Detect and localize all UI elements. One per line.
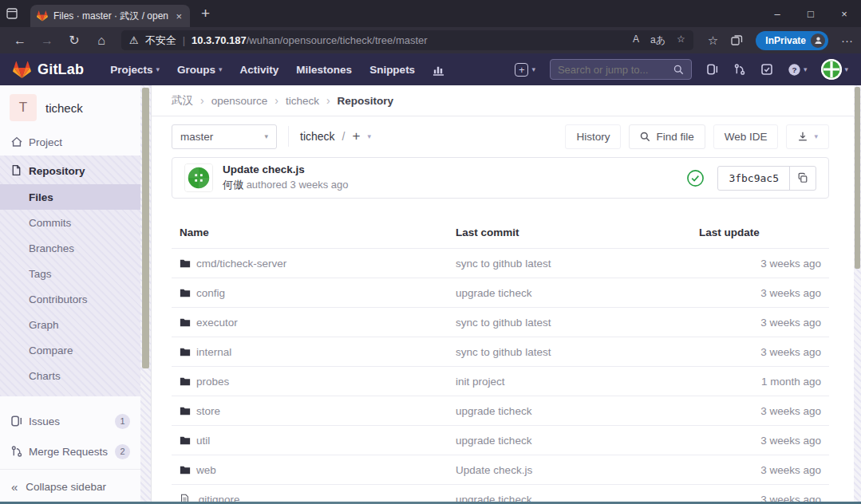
- search-box[interactable]: [550, 59, 692, 80]
- maximize-button[interactable]: □: [794, 0, 827, 27]
- commit-author-avatar[interactable]: [184, 163, 213, 192]
- repository-icon: [10, 164, 22, 176]
- table-row[interactable]: executor sync to github latest 3 weeks a…: [172, 308, 829, 337]
- sidebar-item-commits[interactable]: Commits: [0, 210, 151, 235]
- gitlab-logo[interactable]: GitLab: [13, 61, 84, 79]
- table-row[interactable]: store upgrade ticheck 3 weeks ago: [172, 396, 829, 426]
- sidebar-item-merge-requests[interactable]: Merge Requests 2: [0, 436, 151, 467]
- commit-message[interactable]: init project: [456, 376, 505, 388]
- commit-message[interactable]: sync to github latest: [456, 258, 551, 270]
- nav-activity[interactable]: Activity: [240, 64, 279, 76]
- forward-icon[interactable]: →: [35, 33, 59, 48]
- collapse-icon: «: [11, 480, 18, 494]
- table-row[interactable]: cmd/ticheck-server sync to github latest…: [172, 249, 829, 278]
- back-icon[interactable]: ←: [8, 33, 32, 48]
- breadcrumb-subgroup[interactable]: opensource: [211, 95, 268, 107]
- file-name[interactable]: web: [196, 464, 216, 476]
- commit-message[interactable]: upgrade ticheck: [456, 405, 531, 417]
- not-secure-label[interactable]: 不安全: [145, 33, 176, 48]
- page-scrollbar-thumb[interactable]: [855, 87, 860, 269]
- file-name[interactable]: internal: [196, 346, 231, 358]
- commit-right: 3fbc9ac5: [686, 166, 816, 191]
- search-input[interactable]: [558, 64, 669, 76]
- sidebar-scrollbar-thumb[interactable]: [142, 88, 149, 368]
- favorites-icon[interactable]: ☆: [708, 33, 718, 48]
- commit-sha[interactable]: 3fbc9ac5: [718, 167, 789, 190]
- pipeline-status-icon[interactable]: [686, 169, 705, 187]
- table-row[interactable]: util upgrade ticheck 3 weeks ago: [172, 426, 829, 455]
- page-scrollbar[interactable]: [854, 85, 861, 504]
- tab-actions-icon[interactable]: [0, 0, 24, 27]
- branch-selector[interactable]: master ▾: [172, 124, 277, 149]
- table-row[interactable]: internal sync to github latest 3 weeks a…: [172, 337, 829, 367]
- file-name[interactable]: cmd/ticheck-server: [196, 258, 286, 270]
- web-ide-button[interactable]: Web IDE: [713, 124, 779, 149]
- file-name[interactable]: executor: [196, 317, 238, 329]
- history-button[interactable]: History: [565, 124, 621, 149]
- translate-icon[interactable]: aあ: [650, 33, 665, 47]
- issues-nav-icon[interactable]: [706, 63, 719, 76]
- tab-close-icon[interactable]: ×: [174, 10, 184, 22]
- todos-icon[interactable]: [760, 63, 773, 76]
- commit-message[interactable]: sync to github latest: [456, 346, 551, 358]
- nav-milestones[interactable]: Milestones: [296, 64, 352, 76]
- nav-snippets[interactable]: Snippets: [369, 64, 415, 76]
- sidebar-item-issues[interactable]: Issues 1: [0, 406, 151, 436]
- sidebar-item-tags[interactable]: Tags: [0, 261, 151, 286]
- file-name[interactable]: store: [196, 405, 220, 417]
- commit-message[interactable]: sync to github latest: [456, 317, 551, 329]
- new-menu-button[interactable]: + ▾: [515, 63, 535, 77]
- download-button[interactable]: ▾: [786, 124, 829, 149]
- url-field[interactable]: ⚠ 不安全 | 10.3.70.187/wuhan/opensource/tic…: [121, 30, 693, 50]
- inprivate-badge[interactable]: InPrivate: [756, 31, 828, 50]
- collapse-sidebar-button[interactable]: « Collapse sidebar: [0, 469, 151, 504]
- chevron-down-icon: ▾: [156, 65, 160, 73]
- column-name: Name: [172, 219, 448, 249]
- commit-message[interactable]: upgrade ticheck: [456, 435, 531, 447]
- merge-requests-nav-icon[interactable]: [733, 63, 746, 76]
- sidebar-item-contributors[interactable]: Contributors: [0, 286, 151, 312]
- table-row[interactable]: web Update check.js 3 weeks ago: [172, 455, 829, 485]
- sidebar-item-files[interactable]: Files: [0, 184, 151, 210]
- commit-author[interactable]: 何傲: [223, 179, 243, 191]
- find-file-button[interactable]: Find file: [629, 124, 705, 149]
- breadcrumb-project[interactable]: ticheck: [286, 95, 319, 107]
- minimize-button[interactable]: –: [760, 0, 794, 27]
- help-menu[interactable]: ? ▾: [788, 63, 808, 77]
- merge-request-icon: [10, 445, 23, 458]
- sidebar-item-compare[interactable]: Compare: [0, 337, 151, 363]
- sidebar-item-repository[interactable]: Repository: [0, 158, 151, 184]
- commit-title[interactable]: Update check.js: [223, 163, 349, 175]
- nav-groups[interactable]: Groups▾: [177, 64, 223, 76]
- table-row[interactable]: probes init project 1 month ago: [172, 367, 829, 396]
- refresh-icon[interactable]: ↻: [62, 33, 86, 48]
- table-row[interactable]: config upgrade ticheck 3 weeks ago: [172, 278, 829, 308]
- home-icon[interactable]: ⌂: [89, 33, 113, 48]
- repo-path-root[interactable]: ticheck: [300, 130, 335, 143]
- add-file-button[interactable]: +: [352, 128, 360, 144]
- sidebar-item-charts[interactable]: Charts: [0, 363, 151, 388]
- close-button[interactable]: ×: [827, 0, 861, 27]
- file-name[interactable]: config: [196, 287, 225, 299]
- read-aloud-icon[interactable]: A: [633, 33, 639, 47]
- commit-message[interactable]: upgrade ticheck: [456, 287, 531, 299]
- file-name[interactable]: util: [196, 435, 210, 447]
- add-favorite-icon[interactable]: ☆: [677, 33, 685, 47]
- user-menu[interactable]: ▾: [821, 59, 848, 80]
- breadcrumb-group[interactable]: 武汉: [172, 93, 193, 108]
- sidebar-item-graph[interactable]: Graph: [0, 312, 151, 337]
- project-header[interactable]: T ticheck: [0, 85, 151, 129]
- collections-icon[interactable]: [731, 34, 743, 46]
- sidebar-scrollbar[interactable]: [140, 85, 151, 504]
- file-name[interactable]: probes: [196, 376, 229, 388]
- browser-tab[interactable]: Files · master · 武汉 / opensourc ×: [30, 5, 190, 27]
- charts-icon[interactable]: [432, 64, 444, 76]
- new-tab-button[interactable]: +: [201, 5, 210, 22]
- nav-projects[interactable]: Projects▾: [110, 64, 160, 76]
- commit-message[interactable]: Update check.js: [456, 464, 532, 476]
- settings-more-icon[interactable]: ···: [841, 33, 853, 47]
- sidebar-item-project[interactable]: Project: [0, 129, 151, 156]
- sidebar-item-branches[interactable]: Branches: [0, 235, 151, 261]
- copy-commit-sha-button[interactable]: [789, 167, 816, 190]
- project-sidebar: T ticheck Project Repository Files Commi…: [0, 85, 152, 504]
